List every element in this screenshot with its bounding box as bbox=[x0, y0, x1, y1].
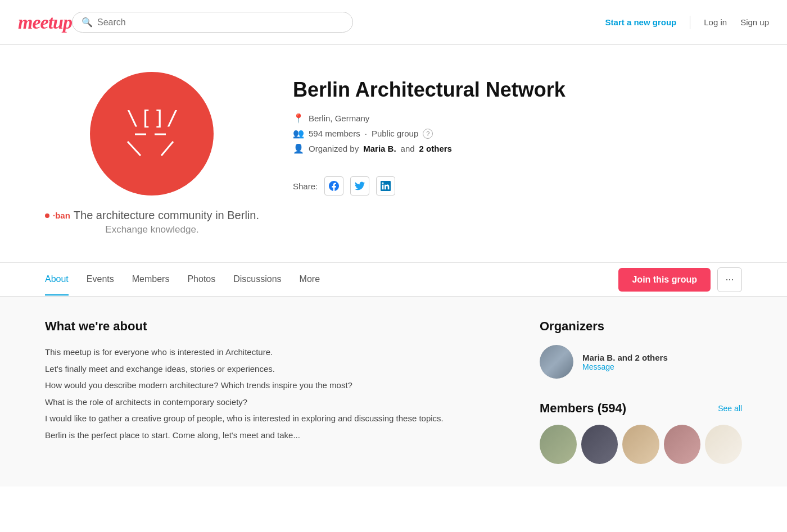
about-p6: Berlin is the perfect place to start. Co… bbox=[45, 428, 506, 443]
members-section: Members (594) See all bbox=[540, 401, 742, 464]
facebook-share-button[interactable] bbox=[324, 176, 343, 195]
members-icon: 👥 bbox=[293, 128, 304, 139]
organizer-avatar bbox=[540, 345, 573, 379]
about-p4: What is the role of architects in contem… bbox=[45, 395, 506, 410]
members-row: 👥 594 members · Public group ? bbox=[293, 128, 742, 139]
see-all-members-link[interactable]: See all bbox=[718, 404, 742, 413]
group-location: Berlin, Germany bbox=[309, 113, 369, 123]
header-nav: Start a new group Log in Sign up bbox=[605, 16, 769, 29]
group-hero: \[]/ ·ban The architecture community in … bbox=[0, 45, 787, 262]
organizers-title: Organizers bbox=[540, 319, 742, 334]
sidebar: Organizers Maria B. and 2 others Message bbox=[540, 319, 742, 464]
location-row: 📍 Berlin, Germany bbox=[293, 113, 742, 124]
group-title: Berlin Architectural Network bbox=[293, 78, 742, 102]
member-avatar-4[interactable] bbox=[664, 425, 701, 464]
search-bar[interactable]: 🔍 bbox=[72, 12, 353, 33]
join-group-button[interactable]: Join this group bbox=[618, 268, 711, 292]
organizer-others: 2 others bbox=[419, 144, 452, 153]
members-header: Members (594) See all bbox=[540, 401, 742, 416]
about-p3: How would you describe modern architectu… bbox=[45, 378, 506, 393]
about-section: What we're about This meetup is for ever… bbox=[45, 319, 506, 464]
hero-right: Berlin Architectural Network 📍 Berlin, G… bbox=[293, 72, 742, 195]
member-avatars-list bbox=[540, 425, 742, 464]
about-p1: This meetup is for everyone who is inter… bbox=[45, 345, 506, 360]
login-link[interactable]: Log in bbox=[704, 17, 727, 27]
ban-sub: Exchange knowledge. bbox=[105, 224, 198, 235]
tab-navigation: About Events Members Photos Discussions … bbox=[0, 263, 787, 297]
hero-left: \[]/ ·ban The architecture community in … bbox=[45, 72, 259, 235]
organizer-others-count: 2 others bbox=[635, 353, 667, 362]
message-organizer-link[interactable]: Message bbox=[582, 362, 668, 371]
group-visibility: Public group bbox=[372, 129, 418, 138]
share-label: Share: bbox=[293, 181, 318, 191]
ban-tagline: The architecture community in Berlin. bbox=[74, 209, 259, 222]
organizer-row: 👤 Organized by Maria B. and 2 others bbox=[293, 143, 742, 154]
signup-link[interactable]: Sign up bbox=[740, 17, 769, 27]
help-icon[interactable]: ? bbox=[423, 129, 433, 139]
member-avatar-1[interactable] bbox=[540, 425, 577, 464]
group-meta: 📍 Berlin, Germany 👥 594 members · Public… bbox=[293, 113, 742, 154]
start-new-group-link[interactable]: Start a new group bbox=[605, 17, 677, 27]
group-logo-symbol: \[]/ bbox=[115, 94, 188, 173]
tab-actions: Join this group ··· bbox=[618, 267, 742, 292]
ban-text: ·ban bbox=[53, 211, 70, 220]
svg-line-3 bbox=[128, 142, 141, 156]
organizer-info: Maria B. and 2 others Message bbox=[582, 353, 668, 371]
svg-line-4 bbox=[161, 142, 173, 156]
linkedin-share-button[interactable] bbox=[376, 176, 395, 195]
tab-members[interactable]: Members bbox=[132, 264, 170, 295]
ban-logo: ·ban The architecture community in Berli… bbox=[45, 209, 259, 222]
search-icon: 🔍 bbox=[82, 17, 93, 28]
search-input[interactable] bbox=[97, 17, 343, 28]
organizer-prefix: Organized by bbox=[309, 144, 359, 153]
tab-discussions[interactable]: Discussions bbox=[233, 264, 281, 295]
member-avatar-3[interactable] bbox=[622, 425, 659, 464]
share-row: Share: bbox=[293, 176, 742, 195]
organizer-card: Maria B. and 2 others Message bbox=[540, 345, 742, 379]
tab-more[interactable]: More bbox=[300, 264, 320, 295]
member-avatar-5[interactable] bbox=[705, 425, 742, 464]
organizers-section: Organizers Maria B. and 2 others Message bbox=[540, 319, 742, 379]
organizer-name-text: Maria B. and 2 others bbox=[582, 353, 668, 362]
tabs-list: About Events Members Photos Discussions … bbox=[45, 264, 320, 295]
tab-about[interactable]: About bbox=[45, 264, 69, 295]
group-logo: \[]/ bbox=[90, 72, 214, 195]
organizer-name: Maria B. bbox=[363, 144, 396, 153]
more-options-button[interactable]: ··· bbox=[717, 267, 742, 292]
about-p5: I would like to gather a creative group … bbox=[45, 411, 506, 426]
svg-text:\[]/: \[]/ bbox=[126, 106, 180, 129]
twitter-share-button[interactable] bbox=[350, 176, 369, 195]
main-content: What we're about This meetup is for ever… bbox=[0, 297, 787, 486]
ban-dot bbox=[45, 213, 49, 218]
location-icon: 📍 bbox=[293, 113, 304, 124]
members-count: 594 members bbox=[309, 129, 360, 138]
organizer-and-text: and bbox=[618, 353, 635, 362]
about-p2: Let's finally meet and exchange ideas, s… bbox=[45, 362, 506, 376]
nav-divider bbox=[690, 16, 690, 29]
about-title: What we're about bbox=[45, 319, 506, 334]
tab-photos[interactable]: Photos bbox=[187, 264, 215, 295]
site-header: meetup 🔍 Start a new group Log in Sign u… bbox=[0, 0, 787, 45]
members-dot: · bbox=[365, 129, 367, 138]
tab-events[interactable]: Events bbox=[87, 264, 114, 295]
meetup-logo[interactable]: meetup bbox=[18, 12, 72, 33]
organizer-icon: 👤 bbox=[293, 143, 304, 154]
member-avatar-2[interactable] bbox=[581, 425, 618, 464]
members-title: Members (594) bbox=[540, 401, 626, 416]
organizer-name-bold: Maria B. bbox=[582, 353, 615, 362]
organizer-and: and bbox=[401, 144, 415, 153]
about-body: This meetup is for everyone who is inter… bbox=[45, 345, 506, 442]
